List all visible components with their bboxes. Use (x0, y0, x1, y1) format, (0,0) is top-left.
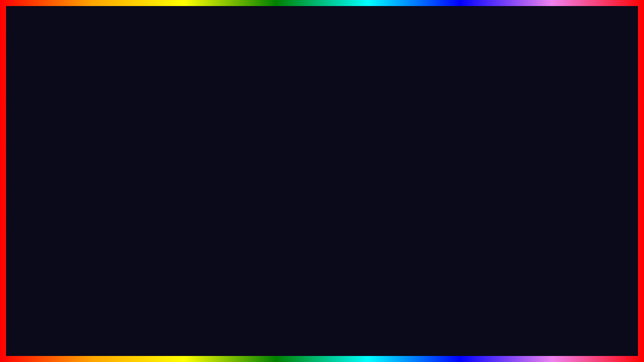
skull-icon: 💀 (559, 292, 578, 309)
svg-point-11 (273, 264, 276, 267)
action-auto-set-spawn[interactable]: Auto Set Spawn (179, 196, 284, 208)
autofarm-check: ✔ (164, 196, 170, 204)
page-title: BLOX FRUITS (0, 10, 644, 65)
svg-point-10 (263, 264, 266, 267)
tab-main[interactable]: Main (77, 147, 100, 157)
tab-misc[interactable]: Misc (222, 147, 244, 157)
android-check: ✔ (120, 203, 136, 224)
update-number: 20 (225, 309, 270, 349)
tab-teleport[interactable]: Teleport (138, 147, 168, 157)
action-kill-aura[interactable]: Kill Aura (454, 228, 567, 240)
tab-dungeon-shop[interactable]: Dungeon + Shop (169, 147, 221, 157)
autofarm-fast-check: ✔ (164, 184, 170, 192)
sidebar-section-title: ● Main ● (77, 161, 170, 167)
devil-fruit-select[interactable]: ▼ (329, 177, 442, 189)
logo-blox-text: BL X (550, 309, 586, 325)
setting-title: Setting (179, 162, 284, 168)
logo-fruits-text: FRUITS (547, 325, 590, 337)
svg-point-19 (279, 234, 281, 237)
col-divider (448, 161, 448, 299)
settings-icon[interactable]: ⚙ (277, 133, 284, 141)
no-key-text: NO KEY!! (316, 150, 362, 163)
android-line: ANDROID ✔ (18, 202, 136, 225)
dungeon-arrow: ▼ (557, 181, 562, 187)
panel-subtitle: Hub | Free Script By TH (109, 134, 167, 140)
blox-fruits-logo: 💀 BL X FRUITS (518, 282, 619, 347)
right-tab-teleport[interactable]: Teleport (390, 147, 420, 157)
weapon-value: Melee (184, 182, 199, 188)
mobile-line: MOBILE ✔ (18, 178, 136, 202)
panel-title-row: 🐺 Wolf Hub | Free Script By TH (78, 132, 167, 141)
main-dungeon-col: 🍎 Main Dungeon 🍎 Select Dungeon Bird: Ph… (454, 161, 567, 299)
devil-fruit-arrow: ▼ (432, 180, 437, 186)
left-panel-tabs: Main Auto Itame Teleport Dungeon + Shop … (73, 145, 289, 157)
panel-title: Wolf (92, 133, 106, 140)
script-text: SCRIPT (276, 314, 390, 345)
dungeon-select[interactable]: Bird: Phoenix ▼ (454, 177, 567, 190)
title-container: BLOX FRUITS (0, 10, 644, 65)
right-settings-icon[interactable]: ⚙ (559, 133, 566, 141)
action-auto-next-island[interactable]: Auto Next Island (454, 217, 567, 228)
dungeon-value: Bird: Phoenix (459, 180, 492, 187)
main-dungeon-subheader: Select Dungeon (454, 169, 567, 174)
svg-point-15 (275, 217, 278, 222)
logo-background: 💀 BL X FRUITS (518, 282, 619, 347)
svg-point-18 (273, 234, 275, 237)
action-auto-random-fruit[interactable]: Auto Random Fruit (329, 205, 442, 216)
autofarm-level-check: ✔ (164, 171, 170, 179)
main-dungeon-header: 🍎 Main Dungeon 🍎 (454, 161, 567, 168)
action-auto-buy-chip-dungeon[interactable]: Auto Buy Chip Dungeon (454, 194, 567, 205)
left-panel-header: 🐺 Wolf Hub | Free Script By TH ⚙ (73, 129, 289, 145)
sidebar-section-label: ● Main ● (77, 161, 100, 167)
svg-point-7 (289, 260, 295, 266)
devil-fruit-subheader: Select Devil Fruit (329, 169, 442, 174)
weapon-dropdown-arrow: ▼ (274, 183, 279, 188)
weapon-select[interactable]: Melee ▼ (179, 179, 284, 191)
setting-subtitle: Select Weapon (179, 169, 284, 175)
android-label: ANDROID (18, 202, 116, 225)
mobile-label: MOBILE (18, 178, 100, 202)
free-no-key-badge: FREE NO KEY!! (308, 133, 368, 167)
right-tab-dungeon-shop[interactable]: Dungeon + Shop (421, 147, 472, 157)
tab-auto-itame[interactable]: Auto Itame (101, 147, 137, 157)
action-auto-bring-fruit[interactable]: Auto Bring Fruit (329, 216, 442, 228)
fruit-image (236, 209, 317, 289)
action-auto-store-fruit[interactable]: Auto Store Fruit (329, 228, 442, 239)
devil-fruit-col: Devil Fruit Shop 🍎 Select Devil Fruit ▼ … (329, 161, 442, 299)
wolf-icon: 🐺 (78, 132, 89, 141)
action-auto-buy-devil-fruit[interactable]: Auto Buy Devil Fruit (329, 193, 442, 205)
action-auto-start-dungeon[interactable]: Auto Start Dungeon (454, 205, 567, 217)
right-tab-misc[interactable]: Misc (473, 147, 495, 157)
mobile-android-section: MOBILE ✔ ANDROID ✔ (18, 178, 136, 225)
mobile-check: ✔ (104, 179, 120, 201)
update-text: UPDATE (93, 314, 218, 345)
